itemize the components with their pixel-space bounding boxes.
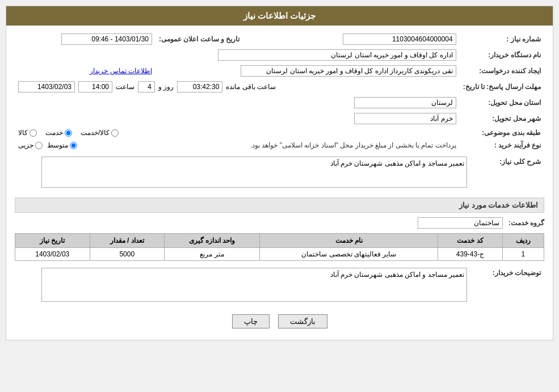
buyer-org-input[interactable] bbox=[218, 49, 456, 61]
need-number-input[interactable] bbox=[343, 33, 456, 45]
page-title: جزئیات اطلاعات نیاز bbox=[243, 11, 316, 20]
announce-datetime-label: تاریخ و ساعت اعلان عمومی: bbox=[155, 31, 269, 47]
cell-service-name: سایر فعالیتهای تخصصی ساختمان bbox=[260, 248, 438, 261]
page-header: جزئیات اطلاعات نیاز bbox=[6, 6, 553, 26]
process-type-cell: پرداخت تمام یا بخشی از مبلغ خریدار محل "… bbox=[15, 139, 460, 151]
process-juzii-label: جزیی bbox=[18, 141, 33, 149]
process-mutavasset[interactable]: متوسط bbox=[47, 141, 77, 149]
col-row-num: ردیف bbox=[502, 234, 544, 248]
process-mutavasset-radio[interactable] bbox=[70, 142, 77, 149]
category-kala-khidmat[interactable]: کالا/خدمت bbox=[81, 129, 119, 137]
services-section-title: اطلاعات خدمات مورد نیاز bbox=[459, 201, 538, 209]
category-khidmat-label: خدمت bbox=[45, 129, 63, 137]
buyer-org-label: نام دستگاه خریدار: bbox=[460, 47, 544, 63]
category-cell: کالا/خدمت خدمت کالا bbox=[15, 127, 460, 139]
service-table: ردیف کد خدمت نام خدمت واحد اندازه گیری ت… bbox=[15, 233, 544, 261]
announce-datetime-cell bbox=[15, 31, 155, 47]
services-section-header: اطلاعات خدمات مورد نیاز bbox=[15, 197, 544, 213]
col-service-name: نام خدمت bbox=[260, 234, 438, 248]
process-type-label: نوع فرآیند خرید : bbox=[460, 139, 544, 151]
service-group-input[interactable] bbox=[418, 217, 503, 229]
process-juzii[interactable]: جزیی bbox=[18, 141, 43, 149]
category-kala-khidmat-label: کالا/خدمت bbox=[81, 129, 110, 137]
print-button[interactable]: چاپ bbox=[232, 314, 270, 328]
col-quantity: تعداد / مقدار bbox=[90, 234, 164, 248]
category-khidmat[interactable]: خدمت bbox=[45, 129, 72, 137]
buyer-notes-label: توضیحات خریدار: bbox=[470, 265, 544, 306]
remaining-time-input[interactable] bbox=[177, 81, 222, 92]
category-kala-khidmat-radio[interactable] bbox=[111, 129, 119, 137]
page-container: جزئیات اطلاعات نیاز شماره نیاز : تاریخ و… bbox=[6, 6, 553, 340]
time-input[interactable] bbox=[78, 81, 112, 92]
buyer-notes-table: توضیحات خریدار: bbox=[15, 265, 544, 306]
creator-label: ایجاد کننده درخواست: bbox=[460, 63, 544, 79]
category-label: طبقه بندی موضوعی: bbox=[460, 127, 544, 139]
delivery-province-input[interactable] bbox=[354, 97, 456, 108]
delivery-city-cell bbox=[15, 111, 460, 127]
category-kala-label: کالا bbox=[18, 129, 28, 137]
buyer-notes-textarea[interactable] bbox=[41, 268, 467, 302]
process-juzii-radio[interactable] bbox=[35, 142, 43, 149]
category-kala-radio[interactable] bbox=[30, 129, 37, 137]
response-deadline-cell: ساعت باقی مانده روز و ساعت bbox=[15, 79, 460, 95]
button-row: بازگشت چاپ bbox=[15, 314, 544, 328]
date-input[interactable] bbox=[18, 81, 75, 92]
delivery-city-label: شهر محل تحویل: bbox=[460, 111, 544, 127]
delivery-city-input[interactable] bbox=[354, 113, 456, 124]
col-need-date: تاریخ نیاز bbox=[15, 234, 90, 248]
need-summary-label: شرح کلی نیاز: bbox=[470, 154, 544, 192]
process-note: پرداخت تمام یا بخشی از مبلغ خریدار محل "… bbox=[82, 141, 456, 149]
cell-row-num: 1 bbox=[502, 248, 544, 261]
category-kala[interactable]: کالا bbox=[18, 129, 37, 137]
need-summary-cell bbox=[15, 154, 470, 192]
response-deadline-label: مهلت ارسال پاسخ: تا تاریخ: bbox=[460, 79, 544, 95]
need-number-label: شماره نیاز : bbox=[460, 31, 544, 47]
cell-quantity: 5000 bbox=[90, 248, 164, 261]
delivery-province-cell bbox=[15, 95, 460, 111]
buyer-notes-cell bbox=[15, 265, 470, 306]
contact-link-cell: اطلاعات تماس خریدار bbox=[15, 63, 155, 79]
info-table-top: شماره نیاز : تاریخ و ساعت اعلان عمومی: ن… bbox=[15, 31, 544, 151]
need-summary-textarea[interactable] bbox=[41, 157, 467, 188]
remaining-time-label: ساعت باقی مانده bbox=[226, 83, 276, 91]
need-summary-table: شرح کلی نیاز: bbox=[15, 154, 544, 192]
category-khidmat-radio[interactable] bbox=[65, 129, 72, 137]
need-summary-wrapper bbox=[18, 157, 467, 189]
buyer-org-cell bbox=[15, 47, 460, 63]
table-row: 1 ج-43-439 سایر فعالیتهای تخصصی ساختمان … bbox=[15, 248, 544, 261]
delivery-province-label: استان محل تحویل: bbox=[460, 95, 544, 111]
group-service-row: گروه خدمت: bbox=[15, 217, 544, 229]
time-label: ساعت bbox=[116, 83, 135, 91]
process-mutavasset-label: متوسط bbox=[47, 141, 68, 149]
cell-service-code: ج-43-439 bbox=[438, 248, 502, 261]
cell-need-date: 1403/02/03 bbox=[15, 248, 90, 261]
cell-unit: متر مربع bbox=[164, 248, 259, 261]
days-input[interactable] bbox=[138, 81, 155, 92]
need-number-cell bbox=[286, 31, 460, 47]
days-label: روز و bbox=[158, 83, 174, 91]
back-button[interactable]: بازگشت bbox=[278, 314, 327, 328]
col-service-code: کد خدمت bbox=[438, 234, 502, 248]
contact-link[interactable]: اطلاعات تماس خریدار bbox=[90, 67, 152, 75]
service-group-label: گروه خدمت: bbox=[508, 219, 544, 227]
content-area: شماره نیاز : تاریخ و ساعت اعلان عمومی: ن… bbox=[6, 26, 553, 340]
creator-input[interactable] bbox=[241, 65, 456, 77]
announce-datetime-input[interactable] bbox=[61, 33, 152, 45]
creator-cell bbox=[155, 63, 460, 79]
col-unit: واحد اندازه گیری bbox=[164, 234, 259, 248]
